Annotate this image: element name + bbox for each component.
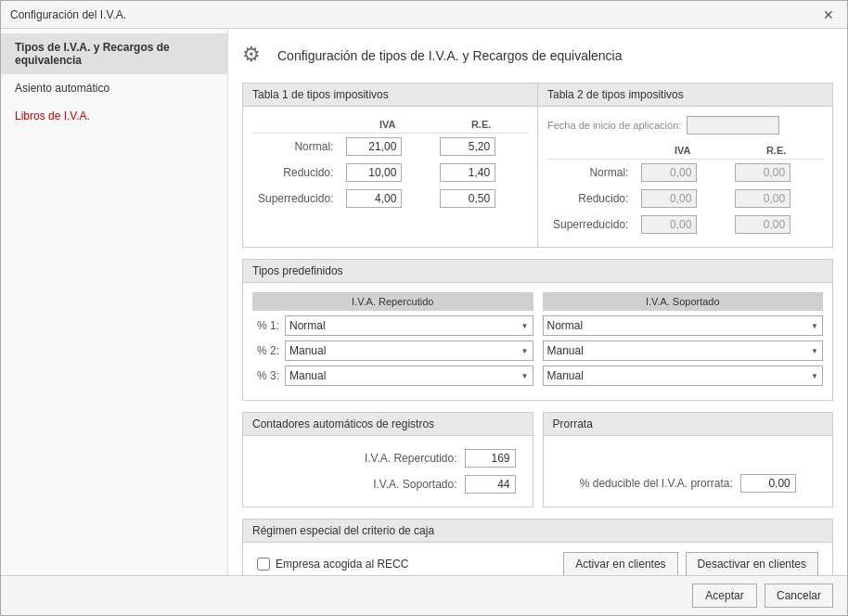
tabla1-normal-re[interactable] <box>440 137 495 156</box>
fecha-label: Fecha de inicio de aplicación: <box>547 120 681 131</box>
tabla2-reducido-re[interactable] <box>735 189 790 208</box>
repercutido-select-3[interactable]: Normal Reducido Superreducido Manual <box>285 366 533 386</box>
recc-buttons: Activar en clientes Desactivar en client… <box>563 552 818 575</box>
tabla2-col-iva: IVA <box>636 142 729 160</box>
window-title: Configuración del I.V.A. <box>10 8 126 21</box>
tabla2-table: IVA R.E. Normal: <box>547 142 823 237</box>
table-row: Reducido: <box>252 160 528 186</box>
tabla1-superreducido-re[interactable] <box>440 189 495 208</box>
recc-checkbox[interactable] <box>257 558 270 571</box>
counter-soportado-row: I.V.A. Soportado: <box>252 471 523 497</box>
prorrata-label: % deducible del I.V.A. prorrata: <box>580 477 733 490</box>
tabla1-reducido-iva[interactable] <box>346 163 402 182</box>
tabla2-block: Tabla 2 de tipos impositivos Fecha de in… <box>538 83 832 247</box>
tipos-content: I.V.A. Repercutido % 1: Normal Reducido … <box>243 283 832 400</box>
tablas-section: Tabla 1 de tipos impositivos IVA R.E. <box>242 83 833 248</box>
tabla1-col-re: R.E. <box>434 116 528 134</box>
tabla2-superreducido-iva[interactable] <box>641 215 697 234</box>
desactivar-clientes-button[interactable]: Desactivar en clientes <box>686 552 818 575</box>
cancelar-button[interactable]: Cancelar <box>764 584 833 608</box>
counter-repercutido-input[interactable] <box>465 449 516 468</box>
soportado-header: I.V.A. Soportado <box>543 292 824 311</box>
tabla2-normal-re[interactable] <box>735 163 790 182</box>
tipos-header: Tipos predefinidos <box>243 260 832 283</box>
soportado-select-1[interactable]: Normal Reducido Superreducido Manual <box>543 315 824 336</box>
tabla1-table: IVA R.E. Normal: <box>252 116 528 212</box>
title-bar: Configuración del I.V.A. ✕ <box>1 1 847 29</box>
sidebar: Tipos de I.V.A. y Recargos de equivalenc… <box>1 29 228 575</box>
table-row: Superreducido: <box>252 186 528 212</box>
fecha-row: Fecha de inicio de aplicación: <box>547 116 823 135</box>
close-button[interactable]: ✕ <box>819 6 838 24</box>
aceptar-button[interactable]: Aceptar <box>692 584 757 608</box>
tipo-label-2: % 2: <box>252 344 285 357</box>
tabla1-col-iva: IVA <box>340 116 434 134</box>
tipo-row-2: % 2: Normal Reducido Superreducido Manua… <box>252 340 533 361</box>
table-row: Normal: <box>547 160 823 186</box>
tabla2-superreducido-label: Superreducido: <box>547 212 636 237</box>
soportado-select-3-wrapper: Normal Reducido Superreducido Manual <box>543 366 824 386</box>
repercutido-select-3-wrapper: Normal Reducido Superreducido Manual <box>285 366 533 386</box>
fecha-input[interactable] <box>687 116 779 135</box>
contadores-section: Contadores automáticos de registros I.V.… <box>242 412 533 507</box>
tabla2-col-re: R.E. <box>729 142 823 160</box>
tabla2-normal-label: Normal: <box>547 160 636 186</box>
sidebar-item-asiento[interactable]: Asiento automático <box>1 74 227 102</box>
sidebar-item-libros[interactable]: Libros de I.V.A. <box>1 102 227 130</box>
table-row: Reducido: <box>547 186 823 212</box>
tabla2-header: Tabla 2 de tipos impositivos <box>538 83 832 107</box>
footer-bar: Aceptar Cancelar <box>1 575 847 615</box>
tabla1-superreducido-label: Superreducido: <box>252 186 340 212</box>
contadores-prorrata-row: Contadores automáticos de registros I.V.… <box>242 412 833 507</box>
main-header: ⚙ Configuración de tipos de I.V.A. y Rec… <box>242 43 833 69</box>
main-title: Configuración de tipos de I.V.A. y Recar… <box>277 48 623 63</box>
prorrata-content: % deducible del I.V.A. prorrata: <box>544 436 833 530</box>
prorrata-header: Prorrata <box>544 413 833 436</box>
soportado-select-3[interactable]: Normal Reducido Superreducido Manual <box>543 366 824 386</box>
soportado-select-2-wrapper: Normal Reducido Superreducido Manual <box>543 340 824 361</box>
soportado-col: I.V.A. Soportado Normal Reducido Superre… <box>543 292 824 391</box>
recc-content: Empresa acogida al RECC Activar en clien… <box>243 543 832 575</box>
contadores-header: Contadores automáticos de registros <box>243 413 533 436</box>
tabla1-normal-iva[interactable] <box>346 137 402 156</box>
tabla1-superreducido-iva[interactable] <box>346 189 402 208</box>
counter-soportado-label: I.V.A. Soportado: <box>260 478 465 491</box>
counter-soportado-input[interactable] <box>465 475 516 494</box>
tipo-row-1: % 1: Normal Reducido Superreducido Manua… <box>252 315 533 336</box>
tipo-row-3: % 3: Normal Reducido Superreducido Manua… <box>252 366 533 386</box>
activar-clientes-button[interactable]: Activar en clientes <box>563 552 677 575</box>
repercutido-select-2[interactable]: Normal Reducido Superreducido Manual <box>285 340 533 361</box>
soportado-row-2: Normal Reducido Superreducido Manual <box>543 340 824 361</box>
gear-icon: ⚙ <box>242 43 268 69</box>
table-row: Superreducido: <box>547 212 823 237</box>
counter-repercutido-label: I.V.A. Repercutido: <box>260 452 465 465</box>
soportado-select-1-wrapper: Normal Reducido Superreducido Manual <box>543 315 824 336</box>
recc-label-text: Empresa acogida al RECC <box>276 558 408 571</box>
tabla1-normal-label: Normal: <box>252 134 340 160</box>
soportado-row-1: Normal Reducido Superreducido Manual <box>543 315 824 336</box>
recc-checkbox-label[interactable]: Empresa acogida al RECC <box>257 558 408 571</box>
tabla2-reducido-label: Reducido: <box>547 186 636 212</box>
tabla1-reducido-re[interactable] <box>440 163 495 182</box>
counter-repercutido-row: I.V.A. Repercutido: <box>252 445 523 471</box>
sidebar-item-tipos-iva[interactable]: Tipos de I.V.A. y Recargos de equivalenc… <box>1 33 227 74</box>
repercutido-select-1[interactable]: Normal Reducido Superreducido Manual <box>285 315 533 336</box>
tabla1-header: Tabla 1 de tipos impositivos <box>243 83 537 107</box>
repercutido-select-2-wrapper: Normal Reducido Superreducido Manual <box>285 340 533 361</box>
tipo-label-3: % 3: <box>252 369 285 382</box>
soportado-select-2[interactable]: Normal Reducido Superreducido Manual <box>543 340 824 361</box>
tipo-label-1: % 1: <box>252 319 285 332</box>
tabla2-reducido-iva[interactable] <box>641 189 697 208</box>
tabla1-content: IVA R.E. Normal: <box>243 107 537 221</box>
prorrata-input[interactable] <box>740 474 796 493</box>
tabla2-normal-iva[interactable] <box>641 163 697 182</box>
tabla2-content: Fecha de inicio de aplicación: IVA R.E. <box>538 107 832 247</box>
repercutido-select-1-wrapper: Normal Reducido Superreducido Manual <box>285 315 533 336</box>
soportado-row-3: Normal Reducido Superreducido Manual <box>543 366 824 386</box>
repercutido-header: I.V.A. Repercutido <box>252 292 533 311</box>
content-area: Tipos de I.V.A. y Recargos de equivalenc… <box>1 29 847 575</box>
contadores-content: I.V.A. Repercutido: I.V.A. Soportado: <box>243 436 533 507</box>
repercutido-col: I.V.A. Repercutido % 1: Normal Reducido … <box>252 292 533 391</box>
tabla2-superreducido-re[interactable] <box>735 215 790 234</box>
tipos-predefinidos-section: Tipos predefinidos I.V.A. Repercutido % … <box>242 259 833 401</box>
